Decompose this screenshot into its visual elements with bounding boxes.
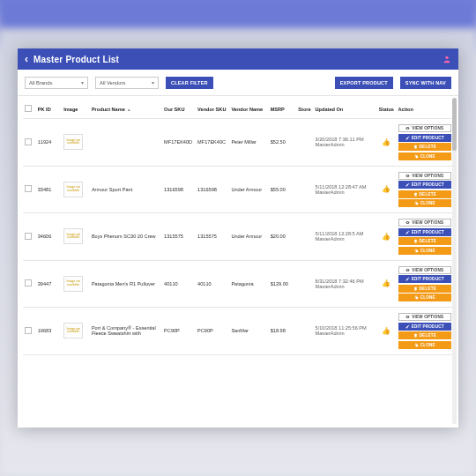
- cell-store: [296, 166, 313, 213]
- cell-name: Patagonia Men's R1 Pullover: [90, 260, 162, 308]
- clear-filter-button[interactable]: CLEAR FILTER: [166, 77, 213, 89]
- vendor-select[interactable]: All Vendors ▾: [95, 77, 159, 89]
- delete-button[interactable]: DELETE: [398, 143, 451, 151]
- cell-store: [296, 119, 313, 167]
- edit-product-button[interactable]: EDIT PRODUCT: [398, 275, 451, 283]
- col-oursku[interactable]: Our SKU: [162, 100, 196, 119]
- product-image-placeholder: Image not available: [63, 323, 83, 338]
- back-icon[interactable]: ‹: [25, 53, 28, 65]
- cell-store: [296, 308, 313, 355]
- toolbar: All Brands ▾ All Vendors ▾ CLEAR FILTER …: [18, 70, 458, 96]
- clone-icon: [414, 249, 419, 253]
- select-all-checkbox[interactable]: [25, 105, 32, 112]
- col-status[interactable]: Status: [376, 100, 396, 119]
- trash-icon: [413, 286, 418, 291]
- user-avatar-icon[interactable]: [443, 55, 451, 63]
- cell-updated: 3/20/2018 7:36:11 PM MasterAdmin: [314, 119, 377, 167]
- delete-button[interactable]: DELETE: [398, 331, 451, 339]
- row-checkbox[interactable]: [25, 279, 32, 286]
- col-updated[interactable]: Updated On: [314, 100, 377, 119]
- row-checkbox[interactable]: [25, 327, 32, 334]
- pencil-icon: [405, 324, 410, 329]
- edit-product-button[interactable]: EDIT PRODUCT: [398, 323, 451, 331]
- cell-vendorsku: 40110: [196, 260, 229, 308]
- cell-msrp: $18.98: [269, 308, 297, 355]
- col-pk[interactable]: PK ID: [36, 100, 63, 119]
- row-checkbox[interactable]: [25, 138, 32, 145]
- table-row: 33481Image not availableArmour Sport Pan…: [23, 166, 453, 213]
- page-title: Master Product List: [33, 55, 119, 64]
- delete-button[interactable]: DELETE: [398, 190, 451, 198]
- trash-icon: [413, 239, 418, 243]
- row-actions: VIEW OPTIONSEDIT PRODUCTDELETECLONE: [398, 217, 451, 257]
- pencil-icon: [405, 136, 410, 140]
- cell-vendorsku: PC90P: [196, 308, 229, 355]
- cell-store: [296, 260, 313, 308]
- eye-icon: [405, 174, 410, 178]
- pencil-icon: [405, 182, 410, 187]
- edit-product-button[interactable]: EDIT PRODUCT: [398, 134, 451, 142]
- col-store[interactable]: Store: [296, 100, 313, 119]
- clone-button[interactable]: CLONE: [398, 152, 451, 160]
- cell-vendorname: Patagonia: [229, 260, 268, 308]
- cell-updated: 5/11/2018 12:28:47 AM MasterAdmin: [314, 166, 377, 213]
- cell-oursku: 1315575: [162, 213, 196, 261]
- cell-store: [296, 213, 313, 261]
- delete-button[interactable]: DELETE: [398, 285, 451, 293]
- cell-vendorsku: 1316598: [196, 166, 229, 213]
- col-vendorname[interactable]: Vendor Name: [229, 100, 268, 119]
- pencil-icon: [405, 230, 410, 234]
- view-options-button[interactable]: VIEW OPTIONS: [398, 219, 451, 227]
- scrollbar-thumb[interactable]: [452, 98, 457, 151]
- cell-msrp: $129.00: [269, 260, 297, 308]
- sync-nav-button[interactable]: SYNC WITH NAV: [400, 77, 451, 89]
- table-row: 34606Image not availableBoys Phenom SC30…: [23, 213, 453, 261]
- edit-product-button[interactable]: EDIT PRODUCT: [398, 228, 451, 236]
- cell-name: Boys Phenom SC30 20 Crew: [90, 213, 162, 261]
- table-row: 39447Image not availablePatagonia Men's …: [23, 260, 453, 308]
- clone-button[interactable]: CLONE: [398, 341, 451, 349]
- col-name[interactable]: Product Name ▴: [90, 100, 162, 119]
- view-options-button[interactable]: VIEW OPTIONS: [398, 266, 451, 274]
- product-image-placeholder: Image not available: [63, 134, 83, 150]
- thumbs-up-icon: 👍: [382, 327, 390, 335]
- eye-icon: [405, 220, 410, 225]
- view-options-button[interactable]: VIEW OPTIONS: [398, 313, 451, 321]
- eye-icon: [405, 315, 410, 319]
- cell-vendorname: Peter Millar: [229, 119, 268, 167]
- table-row: 11924Image not availableMF17EK40DMF17EK4…: [23, 119, 453, 167]
- row-actions: VIEW OPTIONSEDIT PRODUCTDELETECLONE: [398, 311, 451, 351]
- view-options-button[interactable]: VIEW OPTIONS: [398, 172, 451, 180]
- cell-pk: 33481: [36, 166, 63, 213]
- delete-button[interactable]: DELETE: [398, 237, 451, 245]
- row-checkbox[interactable]: [25, 233, 32, 240]
- sort-asc-icon: ▴: [127, 107, 130, 112]
- col-msrp[interactable]: MSRP: [269, 100, 297, 119]
- cell-oursku: 1316598: [162, 166, 196, 213]
- thumbs-up-icon: 👍: [382, 185, 390, 193]
- clone-button[interactable]: CLONE: [398, 294, 451, 301]
- clone-icon: [414, 154, 419, 159]
- trash-icon: [413, 192, 418, 197]
- edit-product-button[interactable]: EDIT PRODUCT: [398, 181, 451, 189]
- brand-select[interactable]: All Brands ▾: [25, 77, 88, 89]
- export-product-button[interactable]: EXPORT PRODUCT: [335, 77, 393, 89]
- cell-oursku: MF17EK40D: [162, 119, 196, 167]
- row-checkbox[interactable]: [25, 185, 32, 192]
- clone-button[interactable]: CLONE: [398, 247, 451, 255]
- cell-msrp: $20.00: [269, 213, 297, 261]
- col-vendorsku[interactable]: Vendor SKU: [196, 100, 229, 119]
- cell-updated: 5/10/2018 11:25:56 PM MasterAdmin: [314, 308, 377, 355]
- cell-name: Port & Company® - Essential Fleece Sweat…: [90, 308, 162, 355]
- view-options-button[interactable]: VIEW OPTIONS: [398, 124, 451, 132]
- row-actions: VIEW OPTIONSEDIT PRODUCTDELETECLONE: [398, 170, 451, 210]
- cell-name: [90, 119, 162, 167]
- cell-vendorsku: MF17EK40C: [196, 119, 229, 167]
- clone-icon: [414, 343, 419, 347]
- col-image[interactable]: Image: [62, 100, 90, 119]
- clone-button[interactable]: CLONE: [398, 199, 451, 207]
- cell-vendorname: Under Armour: [229, 166, 268, 213]
- brand-select-label: All Brands: [29, 80, 52, 86]
- vertical-scrollbar[interactable]: [452, 98, 457, 424]
- product-table: PK ID Image Product Name ▴ Our SKU Vendo…: [23, 100, 453, 355]
